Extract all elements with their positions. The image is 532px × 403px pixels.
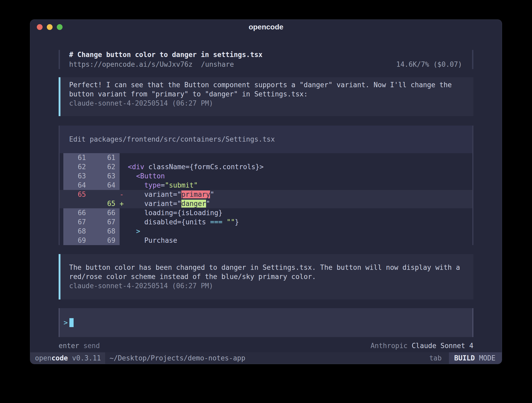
message-text: The button color has been changed to dan… bbox=[69, 263, 462, 281]
mode-label: MODE bbox=[479, 354, 495, 362]
opencode-window: opencode # Change button color to danger… bbox=[30, 19, 502, 364]
session-subline: https://opencode.ai/s/UwJxv76z /unshare … bbox=[69, 60, 462, 69]
session-title: # Change button color to danger in setti… bbox=[69, 50, 462, 59]
assistant-message: Perfect! I can see that the Button compo… bbox=[59, 77, 473, 116]
diff-row: 6363 <Button bbox=[60, 172, 472, 181]
text-cursor bbox=[69, 318, 74, 327]
diff: 6161 6262 <div className={formCs.control… bbox=[60, 153, 472, 245]
working-directory: ~/Desktop/Projects/demo-notes-app bbox=[110, 352, 245, 364]
app-version-chip: opencodev0.3.11 bbox=[30, 352, 105, 364]
footer-hints: enter send Anthropic Claude Sonnet 4 bbox=[59, 341, 473, 350]
diff-row: 65- variant="primary" bbox=[60, 190, 472, 199]
prompt-symbol: > bbox=[64, 319, 68, 327]
prompt-input[interactable]: > bbox=[59, 308, 473, 337]
message-model-timestamp: claude-sonnet-4-20250514 (06:27 PM) bbox=[69, 99, 462, 108]
tab-key-hint: tab bbox=[429, 352, 442, 364]
mode-toggle-chip[interactable]: BUILDMODE bbox=[449, 352, 502, 364]
enter-key-hint: enter bbox=[59, 341, 79, 350]
edit-tool-block: Edit packages/frontend/src/containers/Se… bbox=[59, 126, 473, 245]
diff-row: 6666 loading={isLoading} bbox=[60, 208, 472, 218]
send-action-hint: send bbox=[83, 341, 100, 350]
mode-name: BUILD bbox=[454, 354, 475, 362]
status-bar: opencodev0.3.11 ~/Desktop/Projects/demo-… bbox=[30, 352, 502, 364]
diff-row: 6262 <div className={formCs.controls}> bbox=[60, 162, 472, 172]
diff-row: 6969 Purchase bbox=[60, 236, 472, 245]
edit-tool-title: Edit packages/frontend/src/containers/Se… bbox=[60, 126, 472, 153]
message-model-timestamp: claude-sonnet-4-20250514 (06:27 PM) bbox=[69, 281, 462, 291]
diff-row: 6464 type="submit" bbox=[60, 181, 472, 190]
diff-row: 6767 disabled={units === ""} bbox=[60, 218, 472, 227]
window-title: opencode bbox=[30, 23, 502, 31]
app-name-open: open bbox=[35, 354, 52, 362]
provider-name: Anthropic bbox=[371, 342, 408, 350]
assistant-message: The button color has been changed to dan… bbox=[59, 254, 473, 300]
app-name-code: code bbox=[52, 354, 68, 362]
diff-row: 6868 > bbox=[60, 227, 472, 236]
model-name: Claude Sonnet 4 bbox=[412, 342, 473, 350]
diff-row: 6161 bbox=[60, 153, 472, 162]
unshare-command[interactable]: /unshare bbox=[201, 60, 234, 69]
context-usage-stats: 14.6K/7% ($0.07) bbox=[396, 60, 462, 69]
share-url-link[interactable]: https://opencode.ai/s/UwJxv76z bbox=[69, 60, 193, 69]
session-header: # Change button color to danger in setti… bbox=[59, 50, 473, 69]
message-text: Perfect! I can see that the Button compo… bbox=[69, 80, 462, 99]
app-version: v0.3.11 bbox=[72, 354, 101, 362]
titlebar: opencode bbox=[30, 20, 502, 34]
model-indicator: Anthropic Claude Sonnet 4 bbox=[371, 341, 473, 350]
main-content: # Change button color to danger in setti… bbox=[30, 34, 502, 352]
diff-row: 65+ variant="danger" bbox=[60, 199, 472, 208]
